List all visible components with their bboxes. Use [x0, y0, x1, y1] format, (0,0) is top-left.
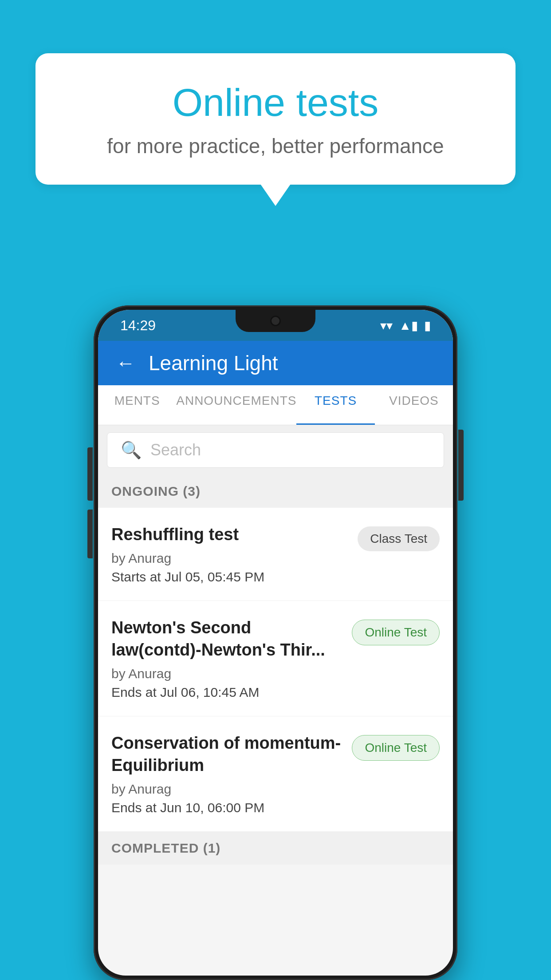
test-item[interactable]: Conservation of momentum-Equilibrium by …: [98, 716, 453, 832]
speech-bubble-container: Online tests for more practice, better p…: [35, 53, 516, 185]
test-time: Starts at Jul 05, 05:45 PM: [111, 569, 349, 585]
search-icon: 🔍: [121, 440, 142, 460]
test-badge: Class Test: [358, 526, 440, 551]
test-info: Conservation of momentum-Equilibrium by …: [111, 732, 343, 815]
search-container: 🔍 Search: [98, 425, 453, 475]
app-header: ← Learning Light: [98, 341, 453, 385]
test-name: Newton's Second law(contd)-Newton's Thir…: [111, 617, 343, 661]
tab-videos[interactable]: VIDEOS: [375, 385, 453, 425]
completed-section-header: COMPLETED (1): [98, 832, 453, 865]
search-placeholder: Search: [150, 441, 201, 459]
test-badge: Online Test: [352, 620, 440, 645]
status-time: 14:29: [120, 317, 156, 334]
signal-icon: ▲▮: [399, 318, 418, 333]
notch: [236, 310, 315, 332]
bubble-title: Online tests: [71, 80, 480, 125]
test-time: Ends at Jul 06, 10:45 AM: [111, 685, 343, 700]
phone-frame: 14:29 ▾▾ ▲▮ ▮ ← Learning Light MENTS ANN…: [94, 305, 457, 980]
tab-announcements[interactable]: ANNOUNCEMENTS: [176, 385, 296, 425]
test-item[interactable]: Reshuffling test by Anurag Starts at Jul…: [98, 508, 453, 601]
speech-bubble: Online tests for more practice, better p…: [35, 53, 516, 185]
test-info: Reshuffling test by Anurag Starts at Jul…: [111, 524, 349, 585]
tabs-bar: MENTS ANNOUNCEMENTS TESTS VIDEOS: [98, 385, 453, 425]
search-bar[interactable]: 🔍 Search: [107, 432, 444, 468]
app-title: Learning Light: [149, 351, 278, 375]
tab-tests[interactable]: TESTS: [296, 385, 374, 425]
camera: [270, 316, 281, 326]
test-name: Conservation of momentum-Equilibrium: [111, 732, 343, 776]
test-info: Newton's Second law(contd)-Newton's Thir…: [111, 617, 343, 700]
test-badge: Online Test: [352, 735, 440, 761]
tab-ments[interactable]: MENTS: [98, 385, 176, 425]
phone-screen: 14:29 ▾▾ ▲▮ ▮ ← Learning Light MENTS ANN…: [98, 310, 453, 976]
bubble-subtitle: for more practice, better performance: [71, 134, 480, 158]
test-author: by Anurag: [111, 551, 349, 566]
back-button[interactable]: ←: [116, 352, 135, 374]
tests-list: Reshuffling test by Anurag Starts at Jul…: [98, 508, 453, 832]
wifi-icon: ▾▾: [380, 318, 393, 333]
test-author: by Anurag: [111, 782, 343, 797]
battery-icon: ▮: [424, 318, 431, 333]
test-time: Ends at Jun 10, 06:00 PM: [111, 800, 343, 815]
test-item[interactable]: Newton's Second law(contd)-Newton's Thir…: [98, 601, 453, 716]
status-icons: ▾▾ ▲▮ ▮: [380, 318, 431, 333]
volume-button: [87, 510, 93, 558]
ongoing-section-header: ONGOING (3): [98, 475, 453, 508]
test-name: Reshuffling test: [111, 524, 349, 545]
phone-container: 14:29 ▾▾ ▲▮ ▮ ← Learning Light MENTS ANN…: [94, 305, 457, 980]
test-author: by Anurag: [111, 666, 343, 681]
